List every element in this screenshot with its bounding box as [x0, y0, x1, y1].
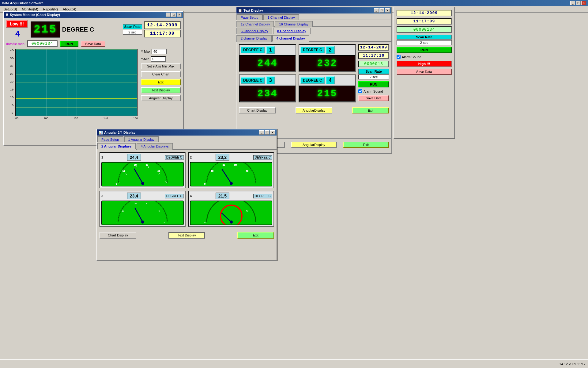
svg-text:40: 40 — [246, 210, 248, 212]
tab-2ch[interactable]: 2 channel Display — [236, 35, 272, 42]
app-controls[interactable]: _ □ ✕ — [570, 1, 586, 5]
gauge-3-value: 23,4 — [127, 193, 141, 199]
text-tab-bar-4[interactable]: 2 channel Display 4 channel Display — [236, 34, 391, 42]
svg-point-19 — [230, 182, 233, 185]
main-content: Low !!! 4 215 DEGREE C Scan Rate 2 sec 1… — [4, 18, 183, 123]
x-label-100: 100 — [43, 117, 48, 120]
app-close-btn[interactable]: ✕ — [581, 1, 586, 5]
tab-6ch[interactable]: 6 Channel Display — [236, 28, 272, 34]
text-time: 11:17:10 — [358, 52, 389, 59]
side-save-btn[interactable]: Save Data — [397, 69, 452, 75]
side-alarm-checkbox[interactable] — [397, 55, 401, 59]
angular-tab-1[interactable]: 1 Angular Display — [124, 136, 159, 142]
main-maximize-btn[interactable]: □ — [171, 13, 176, 17]
angular-tab-2[interactable]: 2 Angular Displays — [97, 143, 136, 150]
svg-text:40: 40 — [157, 210, 160, 212]
text-bottom-btns: Chart Display AngularDisplay Exit — [236, 105, 391, 116]
svg-text:20: 20 — [134, 164, 137, 166]
ch3-value: 234 — [239, 86, 296, 102]
chart-display-btn[interactable]: Chart Display — [239, 107, 276, 113]
ch4-id: 4 — [326, 76, 335, 84]
text-save-btn[interactable]: Save Data — [358, 95, 389, 101]
angular-display-btn[interactable]: Angular Display — [141, 95, 181, 101]
svg-line-1 — [126, 173, 127, 175]
text-run-btn[interactable]: RUN — [358, 81, 389, 87]
main-close-btn[interactable]: ✕ — [177, 13, 182, 17]
save-data-btn[interactable]: Save Data — [81, 41, 105, 47]
ch3-id: 3 — [266, 76, 275, 84]
channel-number: 4 — [15, 29, 20, 39]
ch2-value: 232 — [299, 55, 355, 71]
angular-tab-setup[interactable]: Page Setup — [97, 136, 123, 142]
ch2-id: 2 — [326, 46, 335, 54]
angular-exit-btn[interactable]: Exit — [237, 232, 274, 239]
main-date: 12-14-2009 — [144, 21, 181, 29]
side-run-btn[interactable]: RUN — [397, 47, 452, 53]
chart-container: 40-35-30-25-20-15-10-5-0- — [6, 49, 138, 121]
side-scan-val: 2 sec — [397, 40, 452, 45]
gauge-4-value: 21,5 — [216, 193, 229, 199]
gauge-1-unit: DEGREE C — [165, 155, 184, 160]
text-minimize-btn[interactable]: _ — [374, 8, 379, 13]
angular-close-btn[interactable]: ✕ — [270, 130, 275, 135]
set-axis-btn[interactable]: Set Y-Axis Min ,Max — [141, 63, 181, 69]
angular-window: 📊 Angular 2/4 Display _ □ ✕ Page Setup 1… — [96, 129, 277, 261]
text-date: 12-14-2009 — [358, 44, 389, 51]
y-max-input[interactable] — [152, 49, 167, 54]
tab-8ch[interactable]: 8 Channel Display — [273, 28, 311, 34]
taskbar-datetime: 14.12.2009 — [559, 362, 576, 366]
side-panel-content: 12-14-2009 11:17:09 00000134 Scan Rate 2… — [394, 7, 454, 77]
y-min-input[interactable] — [151, 56, 166, 62]
tab-1ch[interactable]: 1 Channel Display — [263, 14, 299, 20]
side-alarm-label: Alarm Sound — [402, 55, 421, 59]
side-time: 11:17:09 — [397, 18, 452, 25]
exit-btn[interactable]: Exit — [141, 79, 181, 85]
datafile-label: datafile.mdb — [6, 42, 24, 46]
gauge-panel-2: 2 23,2 DEGREE C 0 10 20 30 40 — [188, 152, 274, 188]
bottom-exit-btn[interactable]: Exit — [343, 142, 389, 148]
tab-page-setup[interactable]: Page Setup — [236, 14, 263, 20]
app-minimize-btn[interactable]: _ — [570, 1, 575, 5]
main-window-title: System Monitor (Chart Display) — [10, 13, 60, 17]
angular-tab-bar[interactable]: Page Setup 1 Angular Display — [97, 136, 277, 142]
bottom-angular-btn[interactable]: AngularDisplay — [291, 142, 337, 148]
svg-line-26 — [135, 208, 143, 222]
svg-line-3 — [148, 166, 149, 168]
svg-text:0: 0 — [204, 221, 205, 224]
text-display-content: DEGREE C 1 244 DEGREE C 2 232 DEGREE C 3 — [236, 42, 391, 105]
gauge-3-unit: DEGREE C — [165, 194, 184, 198]
side-scan-label: Scan Rate — [397, 35, 452, 40]
alarm-sound-checkbox[interactable] — [358, 89, 362, 93]
main-minimize-btn[interactable]: _ — [166, 13, 171, 17]
svg-point-27 — [141, 220, 144, 224]
tab-16ch[interactable]: 16 Channel Display — [275, 21, 312, 27]
angular-display-btn-text[interactable]: AngularDisplay — [296, 107, 332, 113]
text-maximize-btn[interactable]: □ — [379, 8, 384, 13]
x-label-140: 140 — [103, 117, 108, 120]
text-display-title: Text Display — [243, 9, 263, 12]
angular-minimize-btn[interactable]: _ — [259, 130, 264, 135]
angular-text-btn[interactable]: Text Display — [168, 232, 205, 239]
angular-tab-bar-2[interactable]: 2 Angular Displays 4 Angular Displays — [97, 142, 277, 150]
main-title-bar: 🖥 System Monitor (Chart Display) _ □ ✕ — [4, 12, 183, 18]
y-axis: 40-35-30-25-20-15-10-5-0- — [6, 49, 15, 114]
text-display-btn[interactable]: Text Display — [141, 87, 181, 93]
text-tab-bar-2[interactable]: 12 Channel Display 16 Channel Display — [236, 20, 391, 27]
svg-point-32 — [230, 220, 233, 224]
angular-chart-btn[interactable]: Chart Display — [100, 232, 136, 239]
run-btn[interactable]: RUN — [60, 41, 78, 47]
text-tab-bar-3[interactable]: 6 Channel Display 8 Channel Display — [236, 27, 391, 34]
clear-chart-btn[interactable]: Clear Chart — [141, 71, 181, 77]
exit-btn-text[interactable]: Exit — [352, 107, 389, 113]
tab-12ch[interactable]: 12 Channel Display — [236, 21, 274, 27]
angular-maximize-btn[interactable]: □ — [265, 130, 270, 135]
ch3-unit: DEGREE C — [241, 77, 265, 84]
app-maximize-btn[interactable]: □ — [576, 1, 581, 5]
gauge-panel-4: 4 21,5 DEGREE C 0 40 — [188, 191, 274, 227]
text-tab-bar[interactable]: Page Setup 1 Channel Display — [236, 13, 391, 20]
svg-text:20: 20 — [223, 164, 225, 166]
text-close-btn[interactable]: ✕ — [385, 8, 390, 13]
high-badge: High !!! — [397, 61, 452, 67]
angular-tab-4[interactable]: 4 Angular Displays — [137, 143, 173, 150]
tab-4ch[interactable]: 4 channel Display — [272, 35, 309, 42]
